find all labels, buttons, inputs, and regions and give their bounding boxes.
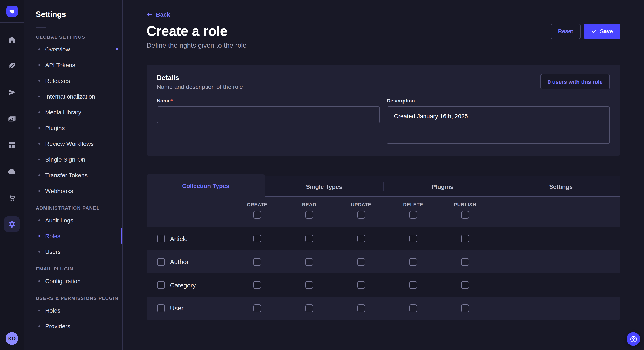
- back-link[interactable]: Back: [146, 11, 170, 18]
- permission-cell: [335, 258, 387, 266]
- gear-icon: [8, 220, 16, 228]
- nav-home-button[interactable]: [4, 32, 20, 47]
- author-publish-checkbox[interactable]: [461, 258, 469, 266]
- permission-row-user: User: [146, 297, 620, 320]
- category-publish-checkbox[interactable]: [461, 281, 469, 289]
- role-description-textarea[interactable]: [387, 106, 610, 144]
- sidebar-item-overview[interactable]: Overview: [24, 41, 122, 57]
- nav-cloud-button[interactable]: [4, 164, 20, 179]
- strapi-logo[interactable]: [6, 5, 18, 17]
- bullet-icon: [38, 127, 40, 129]
- author-select-checkbox[interactable]: [157, 258, 165, 266]
- sidebar-item-users[interactable]: Users: [24, 244, 122, 259]
- sidebar-item-providers[interactable]: Providers: [24, 318, 122, 334]
- nav-media-library-button[interactable]: [4, 111, 20, 126]
- sidebar-item-label: Webhooks: [45, 187, 73, 194]
- sidebar-item-api-tokens[interactable]: API Tokens: [24, 57, 122, 73]
- category-create-checkbox[interactable]: [254, 281, 261, 289]
- article-update-checkbox[interactable]: [357, 235, 365, 243]
- article-publish-checkbox[interactable]: [461, 235, 469, 243]
- details-fields: Name* Description: [157, 98, 610, 146]
- select-all-read-checkbox[interactable]: [306, 211, 313, 219]
- sidebar-item-single-sign-on[interactable]: Single Sign-On: [24, 151, 122, 167]
- title-actions: Reset Save: [551, 24, 620, 39]
- article-read-checkbox[interactable]: [306, 235, 313, 243]
- user-read-checkbox[interactable]: [306, 305, 313, 312]
- user-select-checkbox[interactable]: [157, 305, 165, 312]
- sidebar-item-webhooks[interactable]: Webhooks: [24, 183, 122, 199]
- sidebar-item-audit-logs[interactable]: Audit Logs: [24, 212, 122, 228]
- sidebar-item-releases[interactable]: Releases: [24, 73, 122, 88]
- save-button[interactable]: Save: [584, 24, 620, 39]
- sidebar-item-roles[interactable]: Roles: [24, 228, 122, 244]
- nav-releases-button[interactable]: [4, 85, 20, 100]
- help-button[interactable]: [626, 332, 640, 346]
- permission-cell: [439, 305, 491, 312]
- permission-cell: [231, 235, 283, 243]
- bullet-icon: [38, 80, 40, 81]
- select-all-update-checkbox[interactable]: [357, 211, 365, 219]
- article-delete-checkbox[interactable]: [409, 235, 417, 243]
- article-create-checkbox[interactable]: [254, 235, 261, 243]
- sidebar-item-label: Plugins: [45, 124, 65, 131]
- rail-nav: [4, 32, 20, 232]
- save-button-label: Save: [600, 28, 613, 34]
- sidebar-item-media-library[interactable]: Media Library: [24, 104, 122, 120]
- nav-content-manager-button[interactable]: [4, 58, 20, 74]
- bullet-icon: [38, 143, 40, 144]
- strapi-admin-app: KD Settings GLOBAL SETTINGSOverviewAPI T…: [0, 0, 644, 350]
- nav-marketplace-button[interactable]: [4, 190, 20, 205]
- user-create-checkbox[interactable]: [254, 305, 261, 312]
- user-update-checkbox[interactable]: [357, 305, 365, 312]
- category-delete-checkbox[interactable]: [409, 281, 417, 289]
- sidebar-item-transfer-tokens[interactable]: Transfer Tokens: [24, 167, 122, 183]
- sidebar-item-label: Internationalization: [45, 93, 95, 100]
- category-read-checkbox[interactable]: [306, 281, 313, 289]
- user-avatar[interactable]: KD: [6, 332, 18, 345]
- subnav-item-list: Audit LogsRolesUsers: [24, 212, 122, 259]
- permission-cell: [231, 281, 283, 289]
- sidebar-item-configuration[interactable]: Configuration: [24, 273, 122, 289]
- category-select-checkbox[interactable]: [157, 281, 165, 289]
- user-publish-checkbox[interactable]: [461, 305, 469, 312]
- sidebar-item-label: Releases: [45, 77, 70, 84]
- permission-row-article: Article: [146, 227, 620, 250]
- column-label: PUBLISH: [454, 202, 476, 207]
- home-icon: [8, 35, 16, 44]
- select-all-create-checkbox[interactable]: [254, 211, 261, 219]
- sidebar-item-plugins[interactable]: Plugins: [24, 120, 122, 136]
- users-with-role-button[interactable]: 0 users with this role: [540, 74, 610, 89]
- bullet-icon: [38, 159, 40, 160]
- subnav-section-users-permissions-plugin: USERS & PERMISSIONS PLUGIN: [36, 296, 122, 301]
- permission-cell: [387, 258, 439, 266]
- tab-collection-types[interactable]: Collection Types: [146, 174, 265, 197]
- nav-settings-button[interactable]: [4, 216, 20, 232]
- settings-subnav: Settings GLOBAL SETTINGSOverviewAPI Toke…: [24, 0, 123, 350]
- sidebar-item-label: Transfer Tokens: [45, 172, 88, 178]
- details-card-titles: Details Name and description of the role: [157, 74, 243, 90]
- nav-content-type-builder-button[interactable]: [4, 137, 20, 153]
- user-delete-checkbox[interactable]: [409, 305, 417, 312]
- author-update-checkbox[interactable]: [357, 258, 365, 266]
- sidebar-item-review-workflows[interactable]: Review Workflows: [24, 136, 122, 151]
- role-name-input[interactable]: [157, 106, 380, 123]
- tab-plugins[interactable]: Plugins: [383, 176, 502, 197]
- article-select-checkbox[interactable]: [157, 235, 165, 243]
- column-header-update: UPDATE: [335, 201, 387, 227]
- main-content: Back Create a role Reset Save Define the…: [123, 0, 644, 350]
- author-read-checkbox[interactable]: [306, 258, 313, 266]
- select-all-publish-checkbox[interactable]: [461, 211, 469, 219]
- select-all-delete-checkbox[interactable]: [409, 211, 417, 219]
- author-delete-checkbox[interactable]: [409, 258, 417, 266]
- permission-cell: [387, 305, 439, 312]
- sidebar-item-roles-2[interactable]: Roles: [24, 302, 122, 318]
- permissions-panel: CREATEREADUPDATEDELETEPUBLISH ArticleAut…: [146, 197, 620, 320]
- tab-settings[interactable]: Settings: [502, 176, 620, 197]
- sidebar-item-internationalization[interactable]: Internationalization: [24, 88, 122, 104]
- bullet-icon: [38, 280, 40, 282]
- category-update-checkbox[interactable]: [357, 281, 365, 289]
- reset-button[interactable]: Reset: [551, 24, 580, 39]
- active-item-indicator: [121, 228, 122, 244]
- tab-single-types[interactable]: Single Types: [265, 176, 383, 197]
- author-create-checkbox[interactable]: [254, 258, 261, 266]
